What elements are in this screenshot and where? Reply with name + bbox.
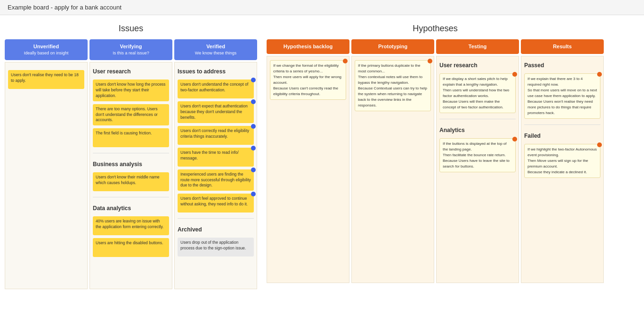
testing-label-analytics: Analytics <box>439 127 516 133</box>
sticky-note: Users drop out of the application proces… <box>178 238 254 257</box>
column-results: Results Passed If we explain that there … <box>521 39 604 283</box>
verifying-label-business-analysis: Business analysis <box>93 161 169 168</box>
sticky-note: If the primary buttons duplicate to the … <box>355 60 431 111</box>
dot-indicator <box>597 142 602 147</box>
column-verified: Verified We know these things Issues to … <box>174 39 257 289</box>
sticky-note: Users don't realise they need to be 18 t… <box>8 70 84 89</box>
verifying-body: User research Users don't know how long … <box>89 62 172 289</box>
column-prototyping: Prototyping If the primary buttons dupli… <box>351 39 434 283</box>
dot-indicator <box>251 78 256 82</box>
dot-indicator <box>512 72 517 77</box>
results-header: Results <box>521 39 604 54</box>
issues-columns: Unverified Ideally based on insight User… <box>5 39 257 289</box>
verified-body: Issues to address Users don't understand… <box>174 62 257 289</box>
dot-indicator <box>597 72 602 77</box>
dot-indicator <box>251 168 256 172</box>
results-label-failed: Failed <box>524 133 600 139</box>
issues-title: Issues <box>5 20 257 39</box>
testing-body: User research If we display a short sale… <box>436 56 519 283</box>
results-label-passed: Passed <box>524 62 600 69</box>
sticky-note: If we highlight the two-factor Autonomou… <box>524 144 600 178</box>
sticky-note: Users don't understand the concept of tw… <box>178 80 254 98</box>
testing-label-user-research: User research <box>439 62 516 69</box>
hypotheses-columns: Hypothesis backlog If we change the form… <box>267 39 604 283</box>
column-unverified: Unverified Ideally based on insight User… <box>5 39 88 289</box>
verified-header: Verified We know these things <box>174 39 257 60</box>
board-container: Issues Unverified Ideally based on insig… <box>0 15 644 318</box>
sticky-note: Users don't correctly read the eligibili… <box>178 126 254 145</box>
sticky-note: 40% users are leaving on issue with the … <box>93 216 169 235</box>
sticky-note: Users are hitting the disabled buttons. <box>93 238 169 257</box>
board-title: Example board - apply for a bank account <box>8 4 122 11</box>
hypotheses-section: Hypotheses Hypothesis backlog If we chan… <box>267 20 604 313</box>
verifying-label-data-analytics: Data analytics <box>93 205 169 212</box>
testing-header: Testing <box>436 39 519 54</box>
dot-indicator <box>251 124 256 129</box>
verified-label-issues: Issues to address <box>178 68 254 75</box>
sticky-note: The first field is causing friction. <box>93 128 169 147</box>
hypothesis-backlog-body: If we change the format of the eligibili… <box>267 56 349 283</box>
sticky-note: If the buttons is displayed at the top o… <box>439 138 516 172</box>
column-verifying: Verifying Is this a real issue? User res… <box>89 39 172 289</box>
column-hypothesis-backlog: Hypothesis backlog If we change the form… <box>267 39 349 283</box>
sticky-note: If we explain that there are 3 to 4 requ… <box>524 73 600 119</box>
sticky-note: There are too many options. Users don't … <box>93 104 169 126</box>
hypothesis-backlog-header: Hypothesis backlog <box>267 39 349 54</box>
sticky-note: Inexperienced users are finding the rout… <box>178 169 254 191</box>
sticky-note: If we display a short sales pitch to hel… <box>439 73 516 113</box>
results-body: Passed If we explain that there are 3 to… <box>521 56 604 283</box>
prototyping-header: Prototyping <box>351 39 434 54</box>
dot-indicator <box>251 192 256 196</box>
dot-indicator <box>343 59 348 63</box>
sticky-note: Users have the time to read info/ messag… <box>178 148 254 167</box>
title-bar: Example board - apply for a bank account <box>0 0 644 15</box>
prototyping-body: If the primary buttons duplicate to the … <box>351 56 434 283</box>
sticky-note: Users don't know their middle name which… <box>93 172 169 191</box>
dot-indicator <box>512 137 517 142</box>
dot-indicator <box>428 59 432 63</box>
verifying-header: Verifying Is this a real issue? <box>89 39 172 60</box>
issues-section: Issues Unverified Ideally based on insig… <box>5 20 257 313</box>
verified-label-archived: Archived <box>178 226 254 233</box>
sticky-note: Users don't know how long the process wi… <box>93 80 169 101</box>
verifying-label-user-research: User research <box>93 68 169 75</box>
dot-indicator <box>251 99 256 104</box>
column-testing: Testing User research If we display a sh… <box>436 39 519 283</box>
sticky-note: Users don't feel approved to continue wi… <box>178 194 254 213</box>
sticky-note: Users don't expect that authentication b… <box>178 101 254 123</box>
hypotheses-title: Hypotheses <box>267 20 604 39</box>
unverified-header: Unverified Ideally based on insight <box>5 39 88 60</box>
sticky-note: If we change the format of the eligibili… <box>270 60 346 100</box>
dot-indicator <box>251 146 256 151</box>
unverified-body: Users don't realise they need to be 18 t… <box>5 62 88 289</box>
